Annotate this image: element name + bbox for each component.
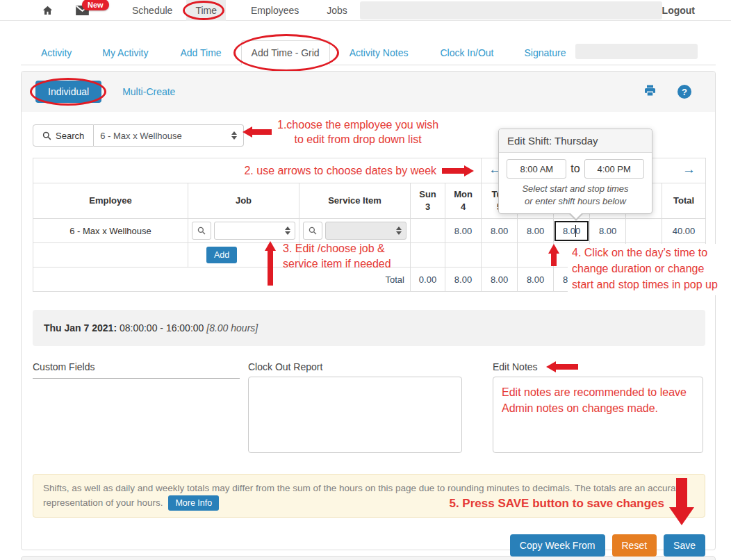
red-arrow-right-icon	[442, 165, 474, 176]
time-cell-sat[interactable]	[626, 219, 662, 243]
select-arrows-icon	[396, 227, 402, 235]
edit-shift-popup-title: Edit Shift: Thursday	[499, 129, 652, 153]
thu-value: 8.00	[563, 226, 580, 236]
job-select[interactable]	[214, 222, 295, 240]
select-arrows-icon	[231, 131, 237, 140]
shift-time-range: 08:00:00 - 16:00:00	[120, 322, 204, 333]
employee-time-row: 6 - Max x Wellhouse	[33, 219, 706, 243]
new-badge: New	[82, 0, 109, 10]
edit-shift-popup: Edit Shift: Thursday to Select start and…	[498, 129, 652, 214]
nav-schedule[interactable]: Schedule	[132, 0, 172, 21]
save-button[interactable]: Save	[664, 534, 705, 557]
popup-hint-text: Select start and stop times or enter shi…	[506, 183, 645, 208]
focused-time-input[interactable]: 8.00	[555, 221, 589, 241]
select-arrows-icon	[285, 227, 290, 235]
tab-activity-notes[interactable]: Activity Notes	[340, 41, 418, 65]
job-search-icon[interactable]	[192, 222, 211, 240]
total-sun: 0.00	[411, 267, 445, 292]
red-arrow-left-icon	[243, 126, 272, 138]
shift-detail-box: Thu Jan 7 2021: 08:00:00 - 16:00:00 [8.0…	[33, 310, 705, 346]
nav-time-label: Time	[195, 5, 217, 16]
row-total-value: 40.00	[662, 219, 706, 243]
multi-create-link[interactable]: Multi-Create	[122, 86, 175, 97]
popup-tail-pointer	[568, 213, 584, 221]
tab-add-time-grid-label: Add Time - Grid	[252, 47, 320, 58]
tab-clock-in-out[interactable]: Clock In/Out	[430, 41, 503, 65]
shift-start-time-input[interactable]	[507, 159, 566, 179]
logout-link[interactable]: Logout	[662, 5, 695, 16]
individual-mode-button[interactable]: Individual	[35, 81, 101, 103]
red-big-down-arrow-icon	[669, 478, 694, 527]
annotation-step4: 4. Click on the day's time to change dur…	[548, 244, 731, 295]
top-navbar: New Schedule Time Employees Jobs Logout	[0, 0, 731, 21]
custom-fields-section: Custom Fields	[33, 361, 240, 456]
nav-employees[interactable]: Employees	[251, 0, 299, 21]
search-button[interactable]: Search	[33, 124, 94, 147]
print-icon[interactable]	[643, 84, 657, 99]
total-tue: 8.00	[482, 267, 518, 292]
help-icon[interactable]: ?	[677, 85, 691, 99]
annotation-step3: 3. Edit /choose job & service item if ne…	[265, 241, 391, 286]
employee-select-value: 6 - Max x Wellhouse	[100, 131, 182, 141]
tab-add-time[interactable]: Add Time	[170, 41, 231, 65]
edit-notes-textarea[interactable]: Edit notes are recommended to leave Admi…	[493, 377, 703, 453]
time-cell-mon[interactable]: 8.00	[445, 219, 482, 243]
annotation-step1: 1.choose the employee you wish to edit f…	[243, 117, 438, 147]
redacted-area-top	[360, 1, 662, 19]
annotation-step2: 2. use arrows to choose dates by week	[244, 163, 436, 178]
add-time-grid-panel: Individual Multi-Create ? Search 6 - Max…	[21, 71, 716, 550]
clock-out-report-label: Clock Out Report	[248, 361, 462, 372]
clock-out-report-textarea[interactable]	[248, 377, 462, 453]
edit-notes-label: Edit Notes	[493, 361, 538, 372]
annotation-step5: 5. Press SAVE button to save changes	[449, 496, 664, 511]
add-row-button[interactable]: Add	[206, 247, 237, 263]
edit-notes-section: Edit Notes Edit notes are recommended to…	[493, 361, 703, 456]
time-cell-sun[interactable]	[411, 219, 445, 243]
reset-button[interactable]: Reset	[612, 534, 657, 557]
time-cell-wed[interactable]: 8.00	[518, 219, 554, 243]
red-arrow-left-icon	[546, 361, 578, 372]
panel-header: Individual Multi-Create ?	[22, 72, 715, 112]
clock-out-report-section: Clock Out Report	[248, 361, 462, 456]
time-cell-thu[interactable]: 8.00	[554, 219, 590, 243]
col-service-item: Service Item	[299, 183, 411, 219]
rounding-info-alert: Shifts, as well as daily and weekly tota…	[33, 474, 705, 518]
total-mon: 8.00	[445, 267, 482, 292]
more-info-button[interactable]: More Info	[168, 495, 219, 511]
redacted-area-subnav	[575, 44, 698, 59]
custom-fields-divider	[33, 378, 240, 379]
nav-jobs[interactable]: Jobs	[327, 0, 347, 21]
col-employee: Employee	[33, 183, 188, 219]
col-day-sun: Sun3	[411, 183, 445, 219]
home-icon[interactable]	[42, 5, 54, 16]
to-label: to	[570, 163, 580, 175]
edit-notes-annotation: Edit notes are recommended to leave Admi…	[502, 384, 694, 416]
messages-icon[interactable]: New	[76, 6, 89, 15]
service-item-search-icon[interactable]	[303, 222, 322, 240]
time-cell-fri[interactable]: 8.00	[590, 219, 626, 243]
shift-hours: [8.00 hours]	[206, 322, 258, 333]
next-week-arrow[interactable]: →	[682, 162, 696, 177]
red-arrow-up-icon	[265, 241, 276, 286]
custom-fields-label: Custom Fields	[33, 361, 240, 372]
col-day-mon: Mon4	[445, 183, 482, 219]
tab-add-time-grid[interactable]: Add Time - Grid	[241, 40, 330, 65]
nav-time[interactable]: Time	[186, 0, 226, 21]
time-subnav-tabs: Activity My Activity Add Time Add Time -…	[21, 21, 716, 65]
shift-end-time-input[interactable]	[584, 159, 644, 179]
time-cell-tue[interactable]: 8.00	[482, 219, 518, 243]
row-employee-name: 6 - Max x Wellhouse	[33, 219, 188, 243]
individual-label: Individual	[48, 86, 89, 97]
col-job: Job	[188, 183, 299, 219]
service-item-select[interactable]	[325, 222, 406, 240]
tab-signature[interactable]: Signature	[514, 41, 575, 65]
tab-activity[interactable]: Activity	[31, 41, 81, 65]
text-caret	[575, 225, 576, 237]
red-arrow-up-icon	[548, 244, 559, 266]
shift-date: Thu Jan 7 2021:	[44, 322, 117, 333]
search-button-label: Search	[56, 131, 84, 141]
col-total: Total	[662, 183, 706, 219]
copy-week-from-button[interactable]: Copy Week From	[510, 534, 605, 557]
tab-my-activity[interactable]: My Activity	[92, 41, 158, 65]
employee-select[interactable]: 6 - Max x Wellhouse	[94, 124, 244, 147]
